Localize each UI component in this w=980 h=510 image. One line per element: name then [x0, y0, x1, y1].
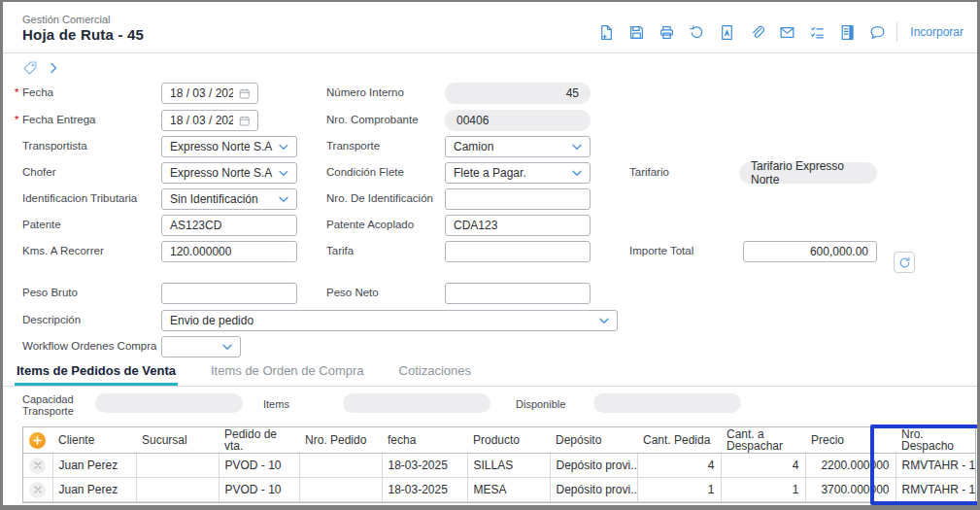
transportista-label: Transportista — [22, 140, 87, 152]
tag-row — [22, 60, 58, 76]
cell-cliente[interactable]: Juan Perez — [52, 454, 136, 478]
refresh-icon[interactable] — [894, 252, 915, 273]
attachment-icon[interactable] — [746, 21, 767, 43]
incorporar-button[interactable]: Incorporar — [906, 25, 967, 39]
toolbar: Incorporar — [595, 21, 967, 43]
col-header-cant-a-despachar: Cant. a Despachar — [721, 427, 805, 454]
chofer-select[interactable]: Expresso Norte S.A. — [161, 162, 297, 184]
descripcion-label: Descripción — [22, 314, 81, 325]
new-document-icon[interactable] — [595, 21, 617, 43]
chevron-down-icon — [572, 170, 582, 177]
workflow-ordenes-compra-select[interactable] — [161, 336, 241, 357]
hoja-de-ruta-window: Gestión Comercial Hoja de Ruta - 45 — [0, 0, 980, 510]
chevron-down-icon — [279, 144, 288, 151]
save-icon[interactable] — [625, 21, 647, 43]
col-header-producto: Producto — [467, 427, 550, 454]
patente-input[interactable]: AS123CD — [161, 215, 297, 236]
comments-icon[interactable] — [866, 21, 888, 43]
toolbar-separator — [896, 22, 897, 42]
peso-bruto-input[interactable] — [161, 283, 297, 304]
fecha-entrega-input[interactable]: 18 / 03 / 2025 — [161, 110, 258, 131]
cell-nro-despacho[interactable]: RMVTAHR - 11 — [896, 478, 975, 502]
cell-precio[interactable]: 3700.000000 — [805, 478, 896, 502]
cell-deposito[interactable]: Depósito provi... — [550, 454, 637, 478]
cell-producto[interactable]: SILLAS — [467, 454, 550, 478]
col-header-deposito: Depósito — [550, 427, 637, 454]
items-label: Items — [263, 398, 289, 410]
kms-a-recorrer-label: Kms. A Recorrer — [22, 245, 104, 256]
cell-deposito[interactable]: Depósito provi... — [550, 478, 637, 502]
cell-producto[interactable]: MESA — [467, 478, 550, 502]
cell-nro-pedido[interactable] — [299, 454, 382, 478]
peso-neto-label: Peso Neto — [326, 287, 379, 298]
peso-neto-input[interactable] — [445, 283, 591, 304]
transportista-select[interactable]: Expresso Norte S.A. — [161, 136, 297, 157]
tab-items-pedidos-venta[interactable]: Items de Pedidos de Venta — [15, 360, 178, 386]
cell-fecha[interactable]: 18-03-2025 — [382, 454, 467, 478]
history-icon[interactable] — [686, 21, 707, 43]
table-row: Juan Perez PVOD - 10 18-03-2025 SILLAS D… — [23, 454, 975, 478]
cell-cant-pedida[interactable]: 1 — [637, 478, 721, 502]
add-row-icon[interactable] — [29, 432, 46, 449]
delete-row-icon[interactable] — [29, 458, 46, 474]
col-header-cant-pedida: Cant. Pedida — [637, 427, 721, 454]
peso-bruto-label: Peso Bruto — [22, 287, 78, 298]
col-header-nro-despacho: Nro. Despacho — [896, 427, 975, 454]
cell-cliente[interactable]: Juan Perez — [52, 478, 136, 502]
expand-chevron-icon[interactable] — [50, 62, 58, 74]
cell-nro-despacho[interactable]: RMVTAHR - 11 — [896, 454, 975, 478]
calendar-icon[interactable] — [239, 115, 250, 127]
calendar-icon[interactable] — [239, 87, 250, 100]
transporte-label: Transporte — [326, 140, 380, 152]
cell-cant-a-despachar[interactable]: 1 — [721, 478, 805, 502]
tab-items-orden-compra[interactable]: Items de Orden de Compra — [209, 360, 366, 386]
fecha-input[interactable]: 18 / 03 / 2025 — [161, 83, 258, 104]
fecha-entrega-label: *Fecha Entrega — [22, 114, 95, 125]
cell-sucursal[interactable] — [136, 454, 219, 478]
print-icon[interactable] — [656, 21, 677, 43]
nro-de-identificacion-input[interactable] — [445, 188, 591, 210]
tarifario-label: Tarifario — [629, 166, 669, 178]
nro-comprobante-field: 00406 — [445, 110, 591, 131]
kms-a-recorrer-input[interactable]: 120.000000 — [161, 241, 297, 262]
tag-icon[interactable] — [22, 60, 38, 76]
nro-de-identificacion-label: Nro. De Identificación — [326, 192, 433, 204]
cell-cant-a-despachar[interactable]: 4 — [721, 454, 805, 478]
cell-precio[interactable]: 2200.000000 — [805, 454, 896, 478]
col-header-cliente: Cliente — [52, 427, 136, 454]
page-title: Hoja de Ruta - 45 — [22, 26, 144, 43]
delete-row-icon[interactable] — [29, 482, 46, 498]
tarifa-input[interactable] — [445, 241, 591, 262]
capacidad-transporte-label: Capacidad Transporte — [22, 393, 83, 417]
items-table: Cliente Sucursal Pedido de vta. Nro. Ped… — [22, 426, 976, 503]
importe-total-input[interactable]: 600,000.00 — [743, 241, 877, 262]
disponible-label: Disponible — [516, 398, 565, 410]
cell-pedido-de-vta[interactable]: PVOD - 10 — [219, 478, 299, 502]
tab-bar: Items de Pedidos de Venta Items de Orden… — [3, 360, 977, 387]
fecha-label: *Fecha — [22, 86, 53, 98]
capacidad-transporte-field — [95, 393, 243, 413]
cell-fecha[interactable]: 18-03-2025 — [382, 478, 467, 502]
descripcion-select[interactable]: Envio de pedido — [161, 310, 618, 331]
email-icon[interactable] — [776, 21, 797, 43]
cell-sucursal[interactable] — [136, 478, 219, 502]
journal-icon[interactable] — [836, 21, 858, 43]
identificacion-tributaria-select[interactable]: Sin Identificación — [161, 188, 297, 210]
export-document-icon[interactable] — [716, 21, 737, 43]
patente-acoplado-input[interactable]: CDA123 — [445, 215, 591, 236]
chevron-down-icon — [599, 318, 609, 324]
cell-nro-pedido[interactable] — [299, 478, 382, 502]
chevron-down-icon — [222, 344, 232, 351]
cell-pedido-de-vta[interactable]: PVOD - 10 — [219, 454, 299, 478]
tab-cotizaciones[interactable]: Cotizaciones — [397, 360, 473, 386]
table-row: Juan Perez PVOD - 10 18-03-2025 MESA Dep… — [23, 478, 975, 502]
condicion-flete-select[interactable]: Flete a Pagar. — [445, 162, 591, 184]
transporte-select[interactable]: Camion — [445, 136, 591, 157]
col-header-pedido-de-vta: Pedido de vta. — [219, 427, 299, 454]
cell-cant-pedida[interactable]: 4 — [637, 454, 721, 478]
workflow-ordenes-compra-label: Workflow Ordenes Compra — [22, 340, 156, 352]
nro-comprobante-label: Nro. Comprobante — [326, 114, 419, 125]
patente-label: Patente — [22, 219, 61, 230]
checklist-icon[interactable] — [806, 21, 828, 43]
chevron-down-icon — [572, 144, 582, 151]
